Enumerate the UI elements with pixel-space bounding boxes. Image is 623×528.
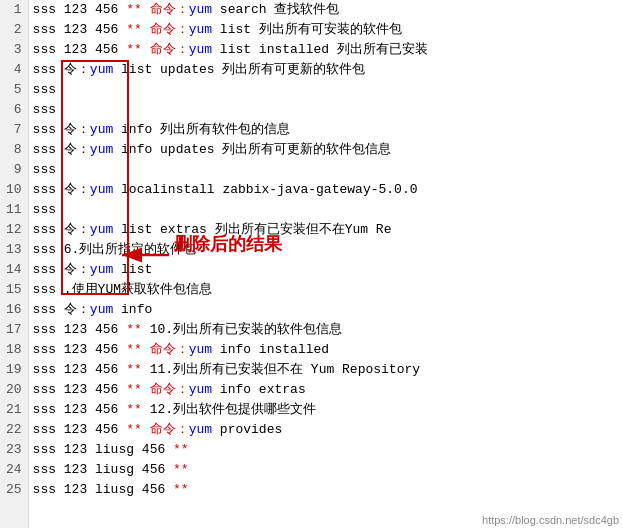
code-line: sss 令：yum info 列出所有软件包的信息 xyxy=(33,120,619,140)
code-line: sss xyxy=(33,80,619,100)
code-line: sss 123 liusg 456 ** xyxy=(33,440,619,460)
line-number: 9 xyxy=(6,160,22,180)
code-line: sss 123 456 ** 命令：yum list installed 列出所… xyxy=(33,40,619,60)
line-number: 7 xyxy=(6,120,22,140)
code-line: sss 令：yum list extras 列出所有已安装但不在Yum Re xyxy=(33,220,619,240)
line-number: 21 xyxy=(6,400,22,420)
code-line: sss 令：yum list xyxy=(33,260,619,280)
line-number: 11 xyxy=(6,200,22,220)
line-number: 24 xyxy=(6,460,22,480)
code-line: sss 123 456 ** 命令：yum list 列出所有可安装的软件包 xyxy=(33,20,619,40)
code-line: sss 123 456 ** 11.列出所有已安装但不在 Yum Reposit… xyxy=(33,360,619,380)
line-number: 15 xyxy=(6,280,22,300)
line-number: 19 xyxy=(6,360,22,380)
code-line: sss 6.列出所指定的软件包 xyxy=(33,240,619,260)
line-number: 8 xyxy=(6,140,22,160)
line-number: 18 xyxy=(6,340,22,360)
code-line: sss 令：yum list updates 列出所有可更新的软件包 xyxy=(33,60,619,80)
line-number: 16 xyxy=(6,300,22,320)
line-number: 4 xyxy=(6,60,22,80)
line-number: 12 xyxy=(6,220,22,240)
code-line: sss 令：yum info xyxy=(33,300,619,320)
code-line: sss 123 456 ** 10.列出所有已安装的软件包信息 xyxy=(33,320,619,340)
line-number: 10 xyxy=(6,180,22,200)
code-line: sss 123 456 ** 命令：yum search 查找软件包 xyxy=(33,0,619,20)
line-number: 23 xyxy=(6,440,22,460)
line-number: 22 xyxy=(6,420,22,440)
code-area: 删除后的结果 sss 123 456 ** 命令：yum search 查找软件… xyxy=(29,0,623,528)
code-line: sss 123 456 ** 命令：yum provides xyxy=(33,420,619,440)
line-number: 20 xyxy=(6,380,22,400)
line-numbers: 1234567891011121314151617181920212223242… xyxy=(0,0,29,528)
code-line: sss 123 456 ** 命令：yum info installed xyxy=(33,340,619,360)
code-line: sss 123 456 ** 命令：yum info extras xyxy=(33,380,619,400)
code-line: sss xyxy=(33,100,619,120)
editor-area: 1234567891011121314151617181920212223242… xyxy=(0,0,623,528)
code-line: sss .使用YUM获取软件包信息 xyxy=(33,280,619,300)
line-number: 13 xyxy=(6,240,22,260)
code-line: sss 123 liusg 456 ** xyxy=(33,480,619,500)
code-line: sss xyxy=(33,200,619,220)
line-number: 6 xyxy=(6,100,22,120)
line-number: 14 xyxy=(6,260,22,280)
line-number: 2 xyxy=(6,20,22,40)
watermark: https://blog.csdn.net/sdc4gb xyxy=(482,514,619,526)
line-number: 3 xyxy=(6,40,22,60)
line-number: 1 xyxy=(6,0,22,20)
code-line: sss xyxy=(33,160,619,180)
line-number: 17 xyxy=(6,320,22,340)
line-number: 5 xyxy=(6,80,22,100)
code-line: sss 123 456 ** 12.列出软件包提供哪些文件 xyxy=(33,400,619,420)
code-line: sss 123 liusg 456 ** xyxy=(33,460,619,480)
code-line: sss 令：yum localinstall zabbix-java-gatew… xyxy=(33,180,619,200)
code-line: sss 令：yum info updates 列出所有可更新的软件包信息 xyxy=(33,140,619,160)
line-number: 25 xyxy=(6,480,22,500)
